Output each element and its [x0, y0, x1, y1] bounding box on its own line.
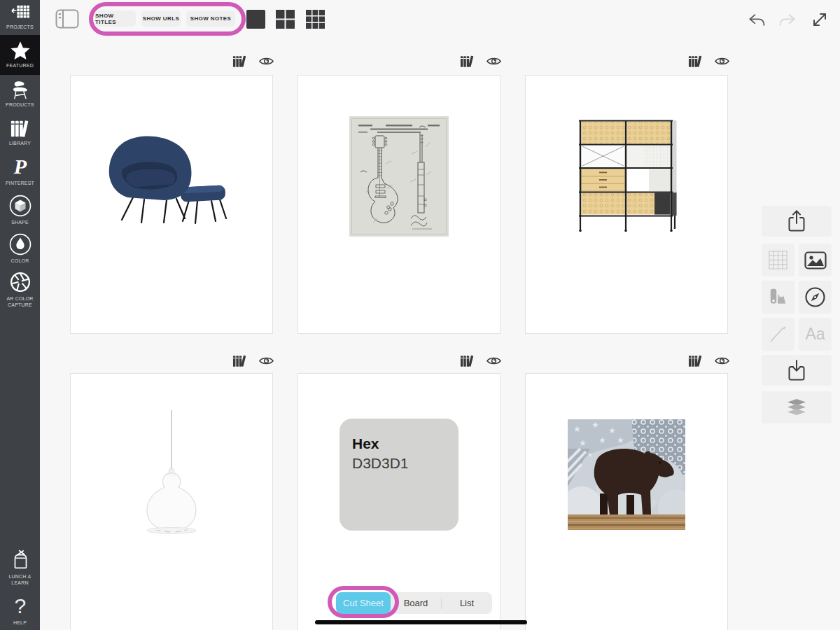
- grid-2x2-icon: [275, 9, 295, 29]
- import-button[interactable]: [762, 355, 832, 386]
- sidebar-item-label: PROJECTS: [6, 24, 34, 31]
- view-option-cut-sheet[interactable]: Cut Sheet: [336, 592, 391, 614]
- sidebar-item-projects[interactable]: PROJECTS: [0, 0, 40, 35]
- undo-icon: [748, 12, 766, 29]
- sidebar-item-help[interactable]: ? HELP: [0, 592, 40, 630]
- pendant-lamp-image: [136, 410, 206, 540]
- preview-eye-icon[interactable]: [714, 356, 730, 366]
- sidebar-item-label: PRODUCTS: [6, 102, 34, 108]
- card-bear-sculpture[interactable]: ★★★ ★★★ ★★: [525, 373, 728, 630]
- grid-3x3-icon: [305, 9, 326, 29]
- card-hex-swatch[interactable]: Hex D3D3D1: [298, 373, 500, 630]
- library-books-icon: [9, 119, 31, 139]
- preview-eye-icon[interactable]: [486, 56, 502, 66]
- fullscreen-button[interactable]: [811, 10, 829, 29]
- show-notes-button[interactable]: SHOW NOTES: [186, 10, 235, 27]
- library-add-icon[interactable]: [460, 55, 476, 68]
- svg-text:★: ★: [579, 438, 587, 448]
- preview-eye-icon[interactable]: [258, 56, 274, 66]
- image-tool-button[interactable]: [799, 244, 832, 276]
- guitar-patent-image: [349, 116, 449, 237]
- text-tool-label: Aa: [805, 325, 825, 344]
- browser-compass-button[interactable]: [799, 281, 832, 314]
- pinterest-icon: P: [10, 156, 31, 178]
- show-urls-button[interactable]: SHOW URLS: [141, 10, 181, 27]
- draw-tool-button[interactable]: [762, 318, 794, 351]
- projects-grid-icon: [10, 4, 30, 22]
- card-actions: [232, 354, 274, 368]
- sidebar-item-ar-color-capture[interactable]: AR COLOR CAPTURE: [0, 267, 40, 311]
- sidebar-spacer: [0, 311, 40, 544]
- grid-tool-button[interactable]: [762, 244, 794, 276]
- library-add-icon[interactable]: [688, 55, 704, 68]
- view-option-list[interactable]: List: [442, 598, 492, 608]
- image-tool-icon: [804, 251, 827, 270]
- svg-text:★: ★: [592, 420, 599, 430]
- sidebar-item-label: COLOR: [11, 258, 29, 265]
- card-pendant-lamp[interactable]: [70, 373, 273, 630]
- single-view-icon: [246, 9, 266, 29]
- expand-arrows-icon: [811, 10, 829, 29]
- preview-eye-icon[interactable]: [486, 356, 502, 366]
- grid-tool-icon: [768, 250, 788, 270]
- library-add-icon[interactable]: [688, 354, 704, 368]
- sidebar-item-label: LUNCH & LEARN: [2, 574, 38, 587]
- sidebar-item-products[interactable]: PRODUCTS: [0, 75, 40, 113]
- import-icon: [786, 358, 807, 382]
- sidebar-item-label: SHAPE: [11, 220, 29, 226]
- show-titles-button[interactable]: SHOW TITLES: [95, 10, 136, 27]
- library-add-icon[interactable]: [460, 354, 476, 368]
- card-lounge-chair[interactable]: [70, 75, 273, 334]
- storage-unit-image: [576, 119, 678, 234]
- preview-eye-icon[interactable]: [258, 356, 274, 366]
- preview-eye-icon[interactable]: [714, 56, 730, 66]
- lunch-learn-bag-icon: [9, 550, 31, 572]
- sidebar-item-lunch-learn[interactable]: LUNCH & LEARN: [0, 544, 40, 592]
- sidebar-toggle-icon: [55, 9, 79, 29]
- lounge-chair-ottoman-image: [91, 127, 252, 225]
- sidebar-item-label: LIBRARY: [9, 141, 31, 147]
- color-swatch: Hex D3D3D1: [340, 419, 458, 531]
- card-actions: [460, 55, 502, 68]
- view-switcher: Cut Sheet Board List: [336, 592, 492, 614]
- text-tool-button[interactable]: Aa: [799, 318, 832, 351]
- sidebar-item-label: AR COLOR CAPTURE: [2, 296, 38, 309]
- svg-text:★: ★: [587, 451, 593, 458]
- sidebar-item-color[interactable]: COLOR: [0, 229, 40, 267]
- material-swatches-icon: [769, 288, 788, 307]
- svg-text:P: P: [13, 156, 27, 178]
- view-grid-2x2-button[interactable]: [275, 9, 295, 29]
- shape-cube-icon: [8, 194, 32, 218]
- undo-button[interactable]: [748, 12, 766, 29]
- view-single-button[interactable]: [246, 9, 266, 29]
- sidebar-item-label: PINTEREST: [6, 181, 34, 187]
- sidebar-item-pinterest[interactable]: P PINTEREST: [0, 152, 40, 190]
- library-add-icon[interactable]: [232, 354, 248, 368]
- swatch-title: Hex: [352, 435, 458, 452]
- featured-star-icon: [10, 41, 31, 61]
- redo-button[interactable]: [778, 12, 797, 29]
- app-window: PROJECTS FEATURED PRODUCTS: [0, 0, 840, 630]
- left-sidebar: PROJECTS FEATURED PRODUCTS: [0, 0, 40, 630]
- svg-text:?: ?: [14, 596, 26, 617]
- card-storage-unit[interactable]: [525, 75, 728, 334]
- products-chair-icon: [10, 80, 31, 100]
- layers-button[interactable]: [762, 391, 832, 424]
- svg-text:★: ★: [617, 435, 624, 445]
- sidebar-item-library[interactable]: LIBRARY: [0, 113, 40, 152]
- view-option-board[interactable]: Board: [391, 598, 441, 608]
- sidebar-item-shape[interactable]: SHAPE: [0, 190, 40, 229]
- card-guitar-patent[interactable]: [298, 75, 500, 334]
- sidebar-toggle-button[interactable]: [55, 9, 79, 29]
- ar-color-capture-aperture-icon: [8, 270, 32, 294]
- share-button[interactable]: [762, 206, 832, 237]
- material-swatches-button[interactable]: [762, 281, 794, 314]
- help-question-icon: ?: [11, 596, 29, 618]
- library-add-icon[interactable]: [232, 55, 248, 68]
- home-indicator: [315, 620, 527, 624]
- sidebar-item-featured[interactable]: FEATURED: [0, 35, 40, 75]
- layers-icon: [786, 399, 807, 416]
- view-grid-3x3-button[interactable]: [305, 9, 326, 29]
- bear-sculpture-image: ★★★ ★★★ ★★: [568, 419, 685, 530]
- svg-text:★: ★: [608, 426, 616, 435]
